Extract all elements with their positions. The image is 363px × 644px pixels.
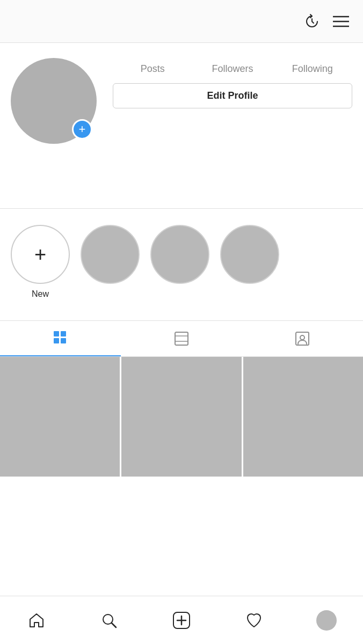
- tab-grid[interactable]: [0, 321, 121, 356]
- stories-section: + New: [0, 208, 363, 310]
- story-item-3[interactable]: [220, 225, 279, 284]
- menu-icon[interactable]: [332, 12, 350, 31]
- tagged-icon: [295, 331, 310, 346]
- svg-rect-5: [54, 338, 59, 343]
- svg-line-13: [112, 623, 116, 627]
- avatar-container: +: [11, 58, 97, 144]
- home-icon: [28, 612, 45, 629]
- tab-bar: [0, 320, 363, 357]
- bottom-nav: [0, 596, 363, 644]
- search-icon: [100, 612, 118, 629]
- top-bar: [0, 0, 363, 43]
- svg-rect-7: [175, 332, 188, 345]
- profile-nav-avatar: [316, 610, 337, 631]
- new-story-plus-icon: +: [34, 244, 46, 265]
- story-circle-1[interactable]: [81, 225, 140, 284]
- following-label: Following: [292, 63, 333, 75]
- stories-row: + New: [11, 225, 352, 299]
- nav-search[interactable]: [96, 607, 122, 634]
- followers-label: Followers: [212, 63, 253, 75]
- stats-row: Posts Followers Following: [113, 63, 352, 75]
- posts-grid: [0, 357, 363, 477]
- nav-profile[interactable]: [313, 607, 340, 634]
- new-story-circle[interactable]: +: [11, 225, 70, 284]
- top-bar-icons: [303, 12, 350, 31]
- reels-icon: [174, 331, 189, 346]
- tab-tagged[interactable]: [242, 321, 363, 356]
- nav-likes[interactable]: [241, 607, 267, 634]
- svg-rect-3: [54, 331, 59, 336]
- tab-reels[interactable]: [121, 321, 242, 356]
- heart-icon: [245, 612, 263, 629]
- nav-home[interactable]: [23, 607, 50, 634]
- add-icon: [172, 611, 191, 630]
- followers-stat[interactable]: Followers: [193, 63, 273, 75]
- grid-cell-1[interactable]: [0, 357, 120, 477]
- new-story-label: New: [32, 289, 49, 299]
- posts-stat[interactable]: Posts: [113, 63, 193, 75]
- svg-rect-6: [61, 338, 66, 343]
- nav-add[interactable]: [168, 607, 195, 634]
- posts-label: Posts: [141, 63, 165, 75]
- profile-section: + Posts Followers Following Edit Profile: [0, 43, 363, 155]
- grid-icon: [53, 331, 68, 346]
- bio-area: [0, 155, 363, 197]
- story-circle-3[interactable]: [220, 225, 279, 284]
- following-stat[interactable]: Following: [272, 63, 352, 75]
- history-icon[interactable]: [303, 12, 321, 31]
- story-item-1[interactable]: [81, 225, 140, 284]
- plus-icon: +: [79, 123, 86, 135]
- edit-profile-button[interactable]: Edit Profile: [113, 83, 352, 108]
- story-new[interactable]: + New: [11, 225, 70, 299]
- svg-point-11: [300, 335, 304, 340]
- story-circle-2[interactable]: [150, 225, 209, 284]
- svg-rect-4: [61, 331, 66, 336]
- profile-info: Posts Followers Following Edit Profile: [113, 58, 352, 108]
- grid-cell-2[interactable]: [121, 357, 241, 477]
- story-item-2[interactable]: [150, 225, 209, 284]
- grid-cell-3[interactable]: [243, 357, 363, 477]
- add-story-button[interactable]: +: [72, 119, 92, 140]
